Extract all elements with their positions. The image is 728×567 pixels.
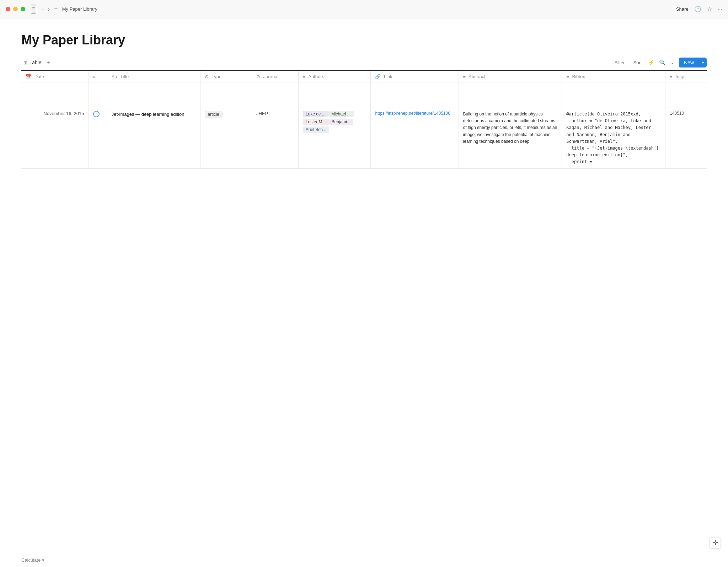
fullscreen-button[interactable] bbox=[21, 7, 25, 11]
col-label-date: Date bbox=[34, 74, 44, 79]
col-label-authors: Authors bbox=[308, 74, 324, 79]
new-button-label: New bbox=[679, 58, 699, 68]
table-header-row: 📅 Date # Aa Title ⊙ Type ⊙ bbox=[21, 71, 707, 82]
calculate-button[interactable]: Calculate ▾ bbox=[21, 557, 44, 563]
footer: Calculate ▾ bbox=[0, 553, 728, 567]
empty-num[interactable] bbox=[89, 82, 107, 95]
author-tag[interactable]: Lester M... bbox=[303, 119, 329, 125]
menu-button[interactable]: ≡ bbox=[31, 5, 36, 14]
empty-link[interactable] bbox=[371, 82, 459, 95]
col-label-insp: Insp bbox=[675, 74, 684, 79]
table-icon: ⊞ bbox=[23, 60, 27, 65]
col-label-bibtex: Bibtex bbox=[572, 74, 585, 79]
cell-bibtex[interactable]: @article{de Oliveira:2015xxd, author = "… bbox=[562, 108, 665, 169]
tab-table[interactable]: ⊞ Table bbox=[21, 58, 43, 67]
empty-type[interactable] bbox=[200, 82, 252, 95]
share-button[interactable]: Share bbox=[676, 6, 689, 12]
empty-abstract[interactable] bbox=[459, 82, 562, 95]
lightning-icon[interactable]: ⚡ bbox=[648, 59, 655, 66]
authors-col-icon: ≡ bbox=[303, 74, 306, 79]
filter-button[interactable]: Filter bbox=[612, 59, 627, 67]
more-icon[interactable]: ··· bbox=[718, 6, 722, 12]
title-col-icon: Aa bbox=[112, 74, 117, 79]
add-page-button[interactable]: + bbox=[54, 5, 58, 13]
cell-title[interactable]: Jet-images — deep learning edition bbox=[107, 108, 200, 169]
cell-journal[interactable]: JHEP bbox=[252, 108, 298, 169]
type-col-icon: ⊙ bbox=[205, 74, 209, 79]
star-icon[interactable]: ☆ bbox=[707, 6, 712, 12]
cell-authors[interactable]: Luke de ...Michael ...Lester M...Benjami… bbox=[298, 108, 371, 169]
empty-journal[interactable] bbox=[252, 82, 298, 95]
status-circle[interactable] bbox=[93, 111, 100, 117]
sort-button[interactable]: Sort bbox=[631, 59, 644, 67]
crosshair-icon: ✛ bbox=[713, 539, 718, 547]
cell-type[interactable]: article bbox=[200, 108, 252, 169]
empty-authors-2[interactable] bbox=[298, 95, 371, 108]
col-header-abstract[interactable]: ≡ Abstract bbox=[459, 71, 562, 82]
col-header-authors[interactable]: ≡ Authors bbox=[298, 71, 371, 82]
col-label-num: # bbox=[93, 74, 96, 79]
col-header-title[interactable]: Aa Title bbox=[107, 71, 200, 82]
search-button[interactable]: 🔍 bbox=[659, 59, 666, 66]
new-button-chevron[interactable]: ▾ bbox=[699, 59, 707, 67]
col-header-journal[interactable]: ⊙ Journal bbox=[252, 71, 298, 82]
col-label-title: Title bbox=[120, 74, 129, 79]
col-header-date[interactable]: 📅 Date bbox=[21, 71, 89, 82]
toolbar-left: ⊞ Table + bbox=[21, 58, 612, 67]
add-view-button[interactable]: + bbox=[46, 59, 50, 66]
calculate-label: Calculate bbox=[21, 557, 41, 563]
empty-type-2[interactable] bbox=[200, 95, 252, 108]
data-table: 📅 Date # Aa Title ⊙ Type ⊙ bbox=[21, 71, 707, 169]
empty-bibtex[interactable] bbox=[562, 82, 665, 95]
empty-title[interactable] bbox=[107, 82, 200, 95]
table-row bbox=[21, 82, 707, 95]
minimize-button[interactable] bbox=[13, 7, 18, 11]
empty-link-2[interactable] bbox=[371, 95, 459, 108]
col-header-num[interactable]: # bbox=[89, 71, 107, 82]
col-label-link: Link bbox=[384, 74, 392, 79]
empty-num-2[interactable] bbox=[89, 95, 107, 108]
col-header-insp[interactable]: ≡ Insp bbox=[665, 71, 707, 82]
col-label-journal: Journal bbox=[263, 74, 279, 79]
calculate-chevron: ▾ bbox=[42, 557, 44, 563]
toolbar-more-button[interactable]: ··· bbox=[670, 60, 675, 66]
main-content: My Paper Library ⊞ Table + Filter Sort ⚡… bbox=[0, 18, 728, 560]
traffic-lights bbox=[6, 7, 25, 11]
crosshair-button[interactable]: ✛ bbox=[710, 537, 721, 549]
author-tag[interactable]: Luke de ... bbox=[303, 111, 328, 117]
cell-num[interactable] bbox=[89, 108, 107, 169]
col-header-bibtex[interactable]: ≡ Bibtex bbox=[562, 71, 665, 82]
type-badge: article bbox=[205, 111, 223, 118]
table-tab-label: Table bbox=[30, 60, 41, 65]
empty-title-2[interactable] bbox=[107, 95, 200, 108]
back-button[interactable]: ‹ bbox=[41, 5, 45, 13]
col-label-abstract: Abstract bbox=[469, 74, 486, 79]
history-icon[interactable]: 🕐 bbox=[694, 6, 701, 12]
empty-journal-2[interactable] bbox=[252, 95, 298, 108]
empty-date[interactable] bbox=[21, 82, 89, 95]
date-col-icon: 📅 bbox=[26, 74, 31, 79]
empty-authors[interactable] bbox=[298, 82, 371, 95]
empty-insp-2[interactable] bbox=[665, 95, 707, 108]
col-header-link[interactable]: 🔗 Link bbox=[371, 71, 459, 82]
cell-insp[interactable]: 140510 bbox=[665, 108, 707, 169]
author-tag[interactable]: Michael ... bbox=[328, 111, 354, 117]
new-button[interactable]: New ▾ bbox=[679, 58, 707, 68]
titlebar-actions: Share 🕐 ☆ ··· bbox=[676, 6, 722, 12]
forward-button[interactable]: › bbox=[47, 5, 51, 13]
cell-link[interactable]: https://inspirehep.net/literature/140510… bbox=[371, 108, 459, 169]
author-tag[interactable]: Benjami... bbox=[329, 119, 353, 125]
empty-bibtex-2[interactable] bbox=[562, 95, 665, 108]
author-tag[interactable]: Ariel Sch... bbox=[303, 126, 329, 133]
cell-date[interactable]: November 16, 2015 bbox=[21, 108, 89, 169]
col-header-type[interactable]: ⊙ Type bbox=[200, 71, 252, 82]
window-title: My Paper Library bbox=[62, 6, 676, 12]
bibtex-col-icon: ≡ bbox=[566, 74, 569, 79]
toolbar: ⊞ Table + Filter Sort ⚡ 🔍 ··· New ▾ bbox=[21, 58, 707, 71]
close-button[interactable] bbox=[6, 7, 10, 11]
link-col-icon: 🔗 bbox=[375, 74, 381, 79]
empty-abstract-2[interactable] bbox=[459, 95, 562, 108]
empty-insp[interactable] bbox=[665, 82, 707, 95]
empty-date-2[interactable] bbox=[21, 95, 89, 108]
cell-abstract[interactable]: Building on the notion of a particle phy… bbox=[459, 108, 562, 169]
